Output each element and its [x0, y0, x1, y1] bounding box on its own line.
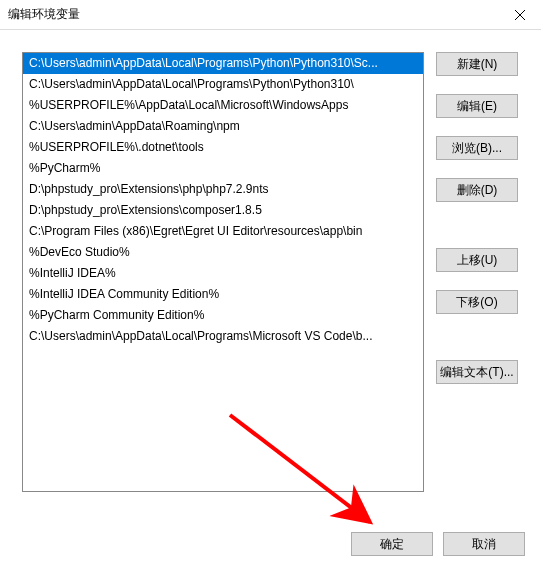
path-item[interactable]: D:\phpstudy_pro\Extensions\php\php7.2.9n… — [23, 179, 423, 200]
path-item[interactable]: %DevEco Studio% — [23, 242, 423, 263]
path-item[interactable]: %USERPROFILE%\AppData\Local\Microsoft\Wi… — [23, 95, 423, 116]
path-item[interactable]: %PyCharm% — [23, 158, 423, 179]
path-item[interactable]: %IntelliJ IDEA% — [23, 263, 423, 284]
edit-text-button[interactable]: 编辑文本(T)... — [436, 360, 518, 384]
move-down-button[interactable]: 下移(O) — [436, 290, 518, 314]
path-listbox[interactable]: C:\Users\admin\AppData\Local\Programs\Py… — [22, 52, 424, 492]
path-item[interactable]: C:\Users\admin\AppData\Local\Programs\Mi… — [23, 326, 423, 347]
path-item[interactable]: C:\Users\admin\AppData\Local\Programs\Py… — [23, 74, 423, 95]
new-button[interactable]: 新建(N) — [436, 52, 518, 76]
edit-button[interactable]: 编辑(E) — [436, 94, 518, 118]
ok-button[interactable]: 确定 — [351, 532, 433, 556]
dialog-title: 编辑环境变量 — [8, 6, 80, 23]
path-item[interactable]: C:\Users\admin\AppData\Roaming\npm — [23, 116, 423, 137]
side-buttons: 新建(N) 编辑(E) 浏览(B)... 删除(D) 上移(U) 下移(O) 编… — [436, 52, 518, 492]
footer-buttons: 确定 取消 — [351, 532, 525, 556]
close-button[interactable] — [499, 0, 541, 30]
browse-button[interactable]: 浏览(B)... — [436, 136, 518, 160]
delete-button[interactable]: 删除(D) — [436, 178, 518, 202]
path-item[interactable]: C:\Users\admin\AppData\Local\Programs\Py… — [23, 53, 423, 74]
content-area: C:\Users\admin\AppData\Local\Programs\Py… — [0, 30, 541, 570]
move-up-button[interactable]: 上移(U) — [436, 248, 518, 272]
cancel-button[interactable]: 取消 — [443, 532, 525, 556]
path-item[interactable]: D:\phpstudy_pro\Extensions\composer1.8.5 — [23, 200, 423, 221]
path-item[interactable]: %IntelliJ IDEA Community Edition% — [23, 284, 423, 305]
close-icon — [514, 9, 526, 21]
path-item[interactable]: %USERPROFILE%\.dotnet\tools — [23, 137, 423, 158]
path-item[interactable]: %PyCharm Community Edition% — [23, 305, 423, 326]
titlebar: 编辑环境变量 — [0, 0, 541, 30]
path-item[interactable]: C:\Program Files (x86)\Egret\Egret UI Ed… — [23, 221, 423, 242]
